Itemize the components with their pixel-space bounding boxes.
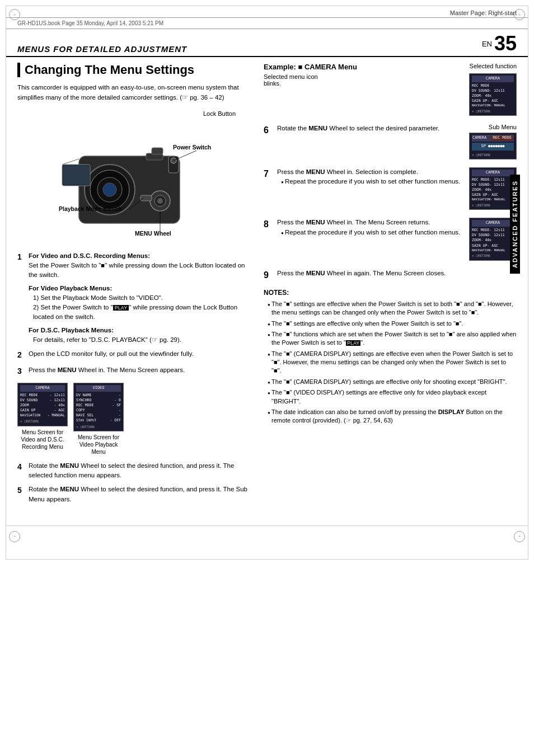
video-playback-lcd: VIDEO DV NAME- SYNCHRO- 0 REC MODE- SF C…: [73, 383, 124, 431]
video-playback-subtitle: For Video Playback Menus:: [29, 284, 252, 293]
step-5-text: Rotate the MENU Wheel to select the desi…: [29, 485, 252, 504]
right-column: Example: ■ CAMERA Menu Selected function…: [264, 63, 517, 425]
header-bar: MENUS FOR DETAILED ADJUSTMENT EN 35: [6, 29, 528, 57]
video-recording-lcd: CAMERA REC MODE- 12s11 DV SOUND- 12s11 Z…: [17, 383, 68, 426]
step-3: 3 Press the MENU Wheel in. The Menu Scre…: [17, 365, 252, 377]
note-4: The "■" (CAMERA DISPLAY) settings are ef…: [264, 350, 517, 375]
note-1: The "■" settings are effective when the …: [264, 300, 517, 317]
section-title: MENUS FOR DETAILED ADJUSTMENT: [17, 44, 187, 54]
power-switch-label: Power Switch: [173, 144, 211, 151]
menu-wheel-label: MENU Wheel: [135, 230, 171, 237]
note-7: The date indication can also be turned o…: [264, 408, 517, 425]
advanced-features-label: ADVANCED FEATURES: [510, 175, 520, 274]
intro-text: This camcorder is equipped with an easy-…: [17, 83, 252, 102]
video-playback-caption: Menu Screen for Video Playback Menu: [73, 434, 124, 456]
selected-function-label: Selected function: [470, 63, 517, 69]
svg-line-7: [62, 159, 79, 165]
svg-rect-9: [152, 148, 163, 154]
selected-menu-icon-label: Selected menu icon blinks.: [264, 73, 331, 87]
steps-4-5: 4 Rotate the MENU Wheel to select the de…: [17, 461, 252, 504]
step-4: 4 Rotate the MENU Wheel to select the de…: [17, 461, 252, 481]
sub-menu-label: Sub Menu: [469, 124, 517, 130]
step-1-text: Set the Power Switch to "■" while pressi…: [29, 262, 245, 278]
page-number-block: EN 35: [482, 34, 517, 54]
camera-diagram: Power Switch Playback Mode Switch MENU W…: [17, 123, 252, 246]
video-playback-steps: 1) Set the Playback Mode Switch to "VIDE…: [29, 293, 252, 322]
step-3-text: Press the MENU Wheel in. The Menu Screen…: [29, 365, 185, 377]
step-1-title: For Video and D.S.C. Recording Menus:: [29, 252, 150, 259]
svg-point-14: [157, 198, 163, 204]
en-label: EN: [482, 40, 492, 48]
playback-mode-label: Playback Mode Switch: [59, 205, 122, 212]
svg-point-4: [103, 183, 116, 196]
file-info: GR-HD1US.book Page 35 Monday, April 14, …: [6, 18, 528, 29]
step-2-text: Open the LCD monitor fully, or pull out …: [29, 349, 194, 361]
main-content: Changing The Menu Settings This camcorde…: [6, 57, 528, 514]
steps-list: 1 For Video and D.S.C. Recording Menus: …: [17, 251, 252, 377]
note-2: The "■" settings are effective only when…: [264, 320, 517, 328]
notes-section: NOTES: The "■" settings are effective wh…: [264, 289, 517, 425]
left-column: Changing The Menu Settings This camcorde…: [17, 63, 252, 509]
camera-svg: [57, 123, 213, 240]
step-8: 8 Press the MENU Wheel in. The Menu Scre…: [264, 218, 463, 236]
note-6: The "■" (VIDEO DISPLAY) settings are eff…: [264, 388, 517, 406]
step-7-bullet: Repeat the procedure if you wish to set …: [277, 177, 463, 186]
example-label: Example: ■ CAMERA Menu: [264, 63, 357, 71]
svg-rect-6: [63, 166, 89, 185]
step-9-text: Press the MENU Wheel in again. The Menu …: [277, 269, 517, 282]
step-8-block: 8 Press the MENU Wheel in. The Menu Scre…: [264, 218, 517, 262]
video-playback-screen: VIDEO DV NAME- SYNCHRO- 0 REC MODE- SF C…: [73, 383, 124, 456]
video-recording-caption: Menu Screen for Video and D.S.C. Recordi…: [17, 429, 68, 450]
step-7-block: 7 Press the MENU Wheel in. Selection is …: [264, 167, 517, 212]
corner-mark-tr: +: [514, 9, 525, 20]
step-1: 1 For Video and D.S.C. Recording Menus: …: [17, 251, 252, 345]
video-recording-screen: CAMERA REC MODE- 12s11 DV SOUND- 12s11 Z…: [17, 383, 68, 456]
example-lcd-2: CAMERAREC MODE SP ●●●●●●● ✕ □RETURN: [469, 133, 517, 159]
step-5: 5 Rotate the MENU Wheel to select the de…: [17, 485, 252, 504]
step-6: 6 Rotate the MENU Wheel to select the de…: [264, 124, 463, 137]
step-6-lcd-area: Sub Menu CAMERAREC MODE SP ●●●●●●● ✕ □RE…: [469, 124, 517, 162]
master-page-label: Master Page: Right-start: [450, 10, 517, 16]
step-8-bullet: Repeat the procedure if you wish to set …: [277, 228, 463, 237]
example-lcd-1: CAMERA REC MODE DV SOUND- 12s11 ZOOM- 40…: [469, 73, 517, 116]
notes-title: NOTES:: [264, 289, 517, 297]
step-2: 2 Open the LCD monitor fully, or pull ou…: [17, 349, 252, 361]
bottom-area: [6, 525, 528, 559]
step-4-text: Rotate the MENU Wheel to select the desi…: [29, 461, 252, 481]
step-6-block: 6 Rotate the MENU Wheel to select the de…: [264, 124, 517, 162]
dsc-playback-subtitle: For D.S.C. Playback Menus:: [29, 326, 252, 335]
dsc-playback-text: For details, refer to "D.S.C. PLAYBACK" …: [29, 335, 252, 345]
corner-mark-tl: +: [9, 9, 20, 20]
page-number: 35: [494, 34, 517, 54]
note-3: The "■" functions which are set when the…: [264, 330, 517, 348]
svg-line-16: [174, 151, 196, 161]
step-7: 7 Press the MENU Wheel in. Selection is …: [264, 167, 463, 186]
svg-rect-15: [140, 195, 152, 201]
menu-screens: CAMERA REC MODE- 12s11 DV SOUND- 12s11 Z…: [17, 383, 252, 456]
top-meta: Master Page: Right-start: [6, 6, 528, 18]
lock-button-label: Lock Button: [17, 110, 236, 117]
step-9: 9 Press the MENU Wheel in again. The Men…: [264, 269, 517, 282]
page-heading: Changing The Menu Settings: [17, 63, 252, 77]
note-5: The "■" (CAMERA DISPLAY) settings are ef…: [264, 378, 517, 386]
